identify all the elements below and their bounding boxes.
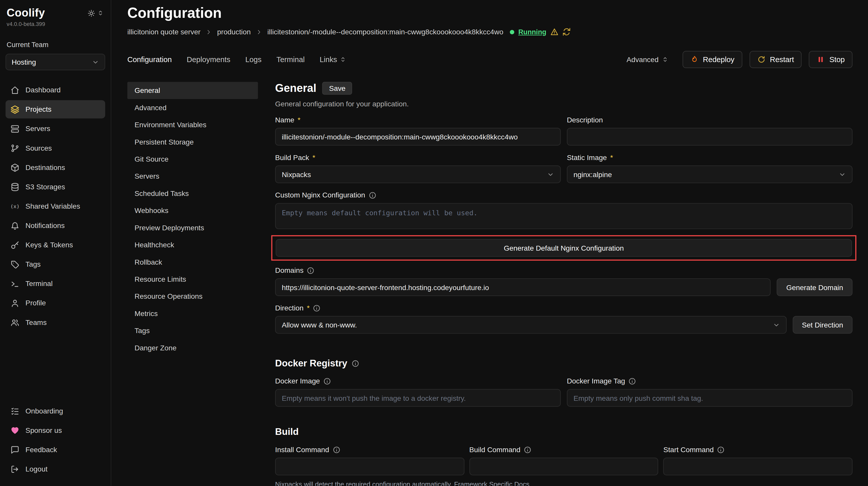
warning-icon[interactable] xyxy=(550,28,559,36)
sidebar-item-notifications[interactable]: Notifications xyxy=(6,216,105,235)
tab-logs[interactable]: Logs xyxy=(245,55,262,64)
sidebar-item-keys-tokens[interactable]: Keys & Tokens xyxy=(6,236,105,254)
info-icon[interactable] xyxy=(628,377,636,385)
config-nav-git-source[interactable]: Git Source xyxy=(127,151,258,168)
config-nav-persistent-storage[interactable]: Persistent Storage xyxy=(127,133,258,150)
instance-selector-icon[interactable] xyxy=(97,9,104,17)
tab-deployments[interactable]: Deployments xyxy=(187,55,230,64)
docker-image-tag-label: Docker Image Tag xyxy=(567,377,852,385)
tab-terminal[interactable]: Terminal xyxy=(276,55,305,64)
generate-domain-button[interactable]: Generate Domain xyxy=(777,279,852,296)
config-nav-scheduled-tasks[interactable]: Scheduled Tasks xyxy=(127,185,258,202)
tabbar: ConfigurationDeploymentsLogsTerminalLink… xyxy=(127,51,852,68)
config-nav-danger-zone[interactable]: Danger Zone xyxy=(127,339,258,356)
sidebar-item-shared-variables[interactable]: (x)Shared Variables xyxy=(6,197,105,215)
static-image-select[interactable]: nginx:alpine xyxy=(567,165,852,183)
sidebar-item-destinations[interactable]: Destinations xyxy=(6,158,105,176)
sidebar-item-tags[interactable]: Tags xyxy=(6,255,105,273)
custom-nginx-textarea[interactable] xyxy=(275,203,852,229)
config-nav-advanced[interactable]: Advanced xyxy=(127,99,258,116)
sidebar-item-label: Terminal xyxy=(26,280,53,288)
sidebar-item-sponsor-us[interactable]: Sponsor us xyxy=(6,421,105,440)
breadcrumb-item[interactable]: production xyxy=(217,28,251,36)
redeploy-button[interactable]: Redeploy xyxy=(682,51,742,68)
info-icon[interactable] xyxy=(323,377,331,385)
build-command-input[interactable] xyxy=(469,458,658,476)
info-icon[interactable] xyxy=(368,191,376,199)
redeploy-label: Redeploy xyxy=(703,55,734,64)
package-icon xyxy=(10,163,19,172)
name-input[interactable] xyxy=(275,128,561,145)
config-nav-servers[interactable]: Servers xyxy=(127,168,258,185)
config-nav-webhooks[interactable]: Webhooks xyxy=(127,202,258,219)
terminal-icon xyxy=(10,279,19,288)
save-button[interactable]: Save xyxy=(322,82,352,95)
sidebar-item-s3-storages[interactable]: S3 Storages xyxy=(6,177,105,196)
stop-button[interactable]: Stop xyxy=(809,51,852,68)
sidebar-item-onboarding[interactable]: Onboarding xyxy=(6,402,105,420)
description-label: Description xyxy=(567,116,852,124)
variables-icon: (x) xyxy=(10,202,19,211)
section-head: General Save xyxy=(275,82,852,95)
team-select[interactable]: Hosting xyxy=(6,54,105,70)
config-nav-general[interactable]: General xyxy=(127,82,258,99)
tab-links[interactable]: Links xyxy=(320,55,347,64)
config-nav-metrics[interactable]: Metrics xyxy=(127,305,258,322)
advanced-dropdown[interactable]: Advanced xyxy=(626,55,669,64)
sidebar-item-dashboard[interactable]: Dashboard xyxy=(6,81,105,99)
config-nav-preview-deployments[interactable]: Preview Deployments xyxy=(127,219,258,236)
sidebar-item-logout[interactable]: Logout xyxy=(6,460,105,478)
database-icon xyxy=(10,183,19,191)
checklist-icon xyxy=(10,407,19,415)
breadcrumb-item[interactable]: illicitonion quote server xyxy=(127,28,200,36)
sidebar-nav: DashboardProjectsServersSourcesDestinati… xyxy=(6,81,105,331)
install-command-label: Install Command xyxy=(275,446,464,454)
config-nav-tags[interactable]: Tags xyxy=(127,322,258,339)
info-icon[interactable] xyxy=(307,266,314,274)
sidebar-item-terminal[interactable]: Terminal xyxy=(6,274,105,293)
sidebar-item-sources[interactable]: Sources xyxy=(6,139,105,157)
framework-docs-link[interactable]: Framework Specific Docs xyxy=(454,480,529,486)
theme-toggle-sun-icon[interactable] xyxy=(88,9,95,17)
config-nav-resource-limits[interactable]: Resource Limits xyxy=(127,270,258,288)
config-nav-environment-variables[interactable]: Environment Variables xyxy=(127,116,258,133)
sidebar-item-projects[interactable]: Projects xyxy=(6,100,105,119)
build-pack-select[interactable]: Nixpacks xyxy=(275,165,561,183)
chevron-down-icon xyxy=(92,58,99,65)
brand-icons xyxy=(88,9,104,17)
docker-image-input[interactable] xyxy=(275,389,561,407)
breadcrumb-item[interactable]: illicitestonion/-module--decomposition:m… xyxy=(267,28,503,36)
sidebar-item-profile[interactable]: Profile xyxy=(6,294,105,312)
direction-select[interactable]: Allow www & non-www. xyxy=(275,316,786,334)
sidebar-item-label: Sources xyxy=(26,144,52,152)
status-running-link[interactable]: Running xyxy=(518,28,546,36)
tab-configuration[interactable]: Configuration xyxy=(127,55,172,64)
chevron-down-icon xyxy=(773,321,780,328)
refresh-status-icon[interactable] xyxy=(562,28,571,36)
info-icon[interactable] xyxy=(524,446,531,453)
sidebar-item-servers[interactable]: Servers xyxy=(6,120,105,138)
config-nav-resource-operations[interactable]: Resource Operations xyxy=(127,288,258,305)
config-subnav: GeneralAdvancedEnvironment VariablesPers… xyxy=(127,82,258,486)
domains-input[interactable] xyxy=(275,279,771,296)
info-icon[interactable] xyxy=(313,304,321,312)
info-icon[interactable] xyxy=(333,446,340,453)
config-nav-rollback[interactable]: Rollback xyxy=(127,253,258,270)
sidebar-item-label: Projects xyxy=(26,105,52,114)
start-command-input[interactable] xyxy=(663,458,852,476)
restart-button[interactable]: Restart xyxy=(749,51,802,68)
custom-nginx-label: Custom Nginx Configuration xyxy=(275,191,852,199)
restart-label: Restart xyxy=(770,55,794,64)
sidebar-item-feedback[interactable]: Feedback xyxy=(6,441,105,459)
docker-image-tag-input[interactable] xyxy=(567,389,852,407)
install-command-input[interactable] xyxy=(275,458,464,476)
redeploy-flame-icon xyxy=(690,55,699,64)
sidebar-item-teams[interactable]: Teams xyxy=(6,313,105,331)
description-input[interactable] xyxy=(567,128,852,145)
config-nav-healthcheck[interactable]: Healthcheck xyxy=(127,236,258,253)
status-dot xyxy=(510,30,515,34)
info-icon[interactable] xyxy=(352,360,360,367)
generate-nginx-button[interactable]: Generate Default Nginx Configuration xyxy=(276,239,852,257)
info-icon[interactable] xyxy=(717,446,725,453)
set-direction-button[interactable]: Set Direction xyxy=(793,316,852,334)
